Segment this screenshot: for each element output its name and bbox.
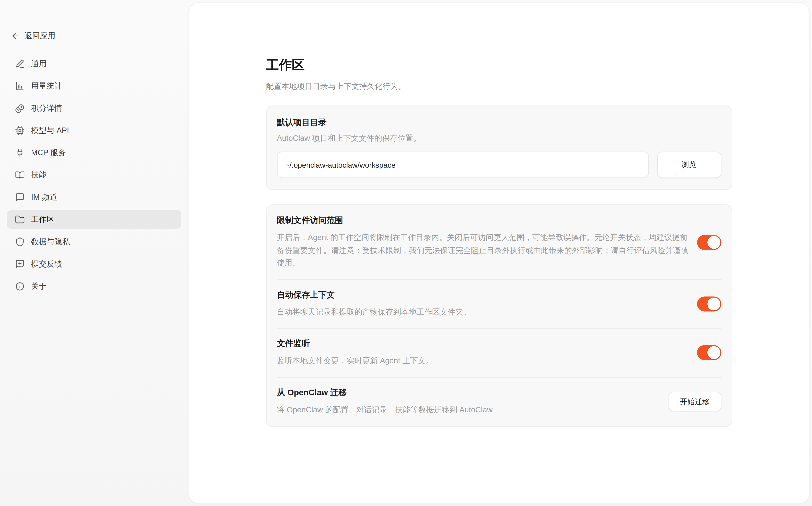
cpu-icon	[14, 125, 25, 136]
default-directory-card: 默认项目目录 AutoClaw 项目和上下文文件的保存位置。 浏览	[266, 105, 732, 190]
file-watch-toggle[interactable]	[697, 345, 721, 360]
settings-sidebar: 返回应用 通用 用量统计 积分详情	[0, 0, 188, 506]
setting-text: 从 OpenClaw 迁移 将 OpenClaw 的配置、对话记录、技能等数据迁…	[277, 387, 660, 416]
sidebar-item-data-privacy[interactable]: 数据与隐私	[7, 233, 181, 251]
start-migration-button[interactable]: 开始迁移	[668, 392, 721, 412]
workspace-settings-content: 工作区 配置本地项目目录与上下文持久化行为。 默认项目目录 AutoClaw 项…	[266, 3, 732, 427]
sidebar-item-credits[interactable]: 积分详情	[7, 99, 181, 117]
restrict-access-toggle[interactable]	[697, 235, 721, 250]
setting-text: 文件监听 监听本地文件变更，实时更新 Agent 上下文。	[277, 338, 688, 367]
auto-save-context-toggle[interactable]	[697, 297, 721, 312]
folder-icon	[14, 214, 25, 225]
info-icon	[14, 281, 25, 291]
back-label: 返回应用	[24, 31, 56, 40]
sidebar-item-im-channels[interactable]: IM 频道	[7, 188, 181, 206]
sidebar-item-label: IM 频道	[31, 192, 57, 202]
page-title: 工作区	[266, 56, 732, 73]
book-open-icon	[14, 170, 25, 180]
sidebar-item-mcp[interactable]: MCP 服务	[7, 143, 181, 162]
setting-title: 从 OpenClaw 迁移	[277, 387, 660, 398]
plug-icon	[14, 147, 25, 158]
setting-title: 自动保存上下文	[277, 289, 688, 301]
workspace-settings-card: 限制文件访问范围 开启后，Agent 的工作空间将限制在工作目录内。关闭后可访问…	[266, 204, 732, 427]
sidebar-item-label: 关于	[31, 281, 47, 291]
browse-button[interactable]: 浏览	[657, 152, 721, 178]
shield-icon	[14, 237, 25, 247]
setting-row-file-watch: 文件监听 监听本地文件变更，实时更新 Agent 上下文。	[277, 328, 721, 377]
sidebar-item-models-api[interactable]: 模型与 API	[7, 121, 181, 140]
pencil-icon	[14, 59, 25, 69]
sidebar-item-label: 提交反馈	[31, 259, 62, 269]
feedback-icon	[14, 259, 25, 269]
page-subtitle: 配置本地项目目录与上下文持久化行为。	[266, 82, 732, 91]
settings-window: 返回应用 通用 用量统计 积分详情	[0, 0, 812, 506]
sidebar-item-label: 工作区	[31, 215, 54, 224]
sidebar-item-label: MCP 服务	[31, 148, 66, 158]
sidebar-item-label: 积分详情	[31, 103, 62, 113]
sidebar-item-usage-stats[interactable]: 用量统计	[7, 77, 181, 95]
message-icon	[14, 192, 25, 202]
setting-description: 监听本地文件变更，实时更新 Agent 上下文。	[277, 354, 688, 367]
bar-chart-icon	[14, 81, 25, 91]
setting-description: 将 OpenClaw 的配置、对话记录、技能等数据迁移到 AutoClaw	[277, 404, 660, 416]
setting-description: 开启后，Agent 的工作空间将限制在工作目录内。关闭后可访问更大范围，可能导致…	[277, 231, 688, 269]
back-to-app-button[interactable]: 返回应用	[7, 30, 181, 41]
sidebar-item-label: 用量统计	[31, 81, 62, 91]
setting-text: 自动保存上下文 自动将聊天记录和提取的产物保存到本地工作区文件夹。	[277, 289, 688, 318]
sidebar-item-label: 模型与 API	[31, 125, 69, 135]
sidebar-nav: 通用 用量统计 积分详情 模型与 API	[7, 55, 181, 296]
sidebar-item-about[interactable]: 关于	[7, 277, 181, 296]
default-directory-title: 默认项目目录	[277, 117, 721, 128]
setting-row-migrate-openclaw: 从 OpenClaw 迁移 将 OpenClaw 的配置、对话记录、技能等数据迁…	[277, 377, 721, 426]
sidebar-item-workspace[interactable]: 工作区	[7, 210, 181, 229]
default-directory-description: AutoClaw 项目和上下文文件的保存位置。	[277, 134, 721, 143]
setting-text: 限制文件访问范围 开启后，Agent 的工作空间将限制在工作目录内。关闭后可访问…	[277, 215, 688, 269]
setting-title: 文件监听	[277, 338, 688, 349]
setting-description: 自动将聊天记录和提取的产物保存到本地工作区文件夹。	[277, 306, 688, 318]
sidebar-item-label: 技能	[31, 170, 47, 180]
arrow-left-icon	[11, 31, 20, 40]
toggle-knob	[707, 298, 720, 310]
main-panel: 工作区 配置本地项目目录与上下文持久化行为。 默认项目目录 AutoClaw 项…	[188, 2, 810, 504]
setting-title: 限制文件访问范围	[277, 215, 688, 226]
setting-row-auto-save-context: 自动保存上下文 自动将聊天记录和提取的产物保存到本地工作区文件夹。	[277, 279, 721, 328]
sidebar-item-label: 数据与隐私	[31, 237, 70, 246]
sidebar-item-skills[interactable]: 技能	[7, 166, 181, 184]
sidebar-item-general[interactable]: 通用	[7, 55, 181, 73]
workspace-path-input[interactable]	[277, 152, 649, 178]
directory-input-row: 浏览	[277, 152, 721, 178]
toggle-knob	[707, 346, 720, 359]
setting-row-restrict-access: 限制文件访问范围 开启后，Agent 的工作空间将限制在工作目录内。关闭后可访问…	[277, 205, 721, 279]
sidebar-item-feedback[interactable]: 提交反馈	[7, 255, 181, 273]
toggle-knob	[707, 236, 720, 249]
coins-icon	[14, 103, 25, 113]
sidebar-item-label: 通用	[31, 59, 47, 69]
